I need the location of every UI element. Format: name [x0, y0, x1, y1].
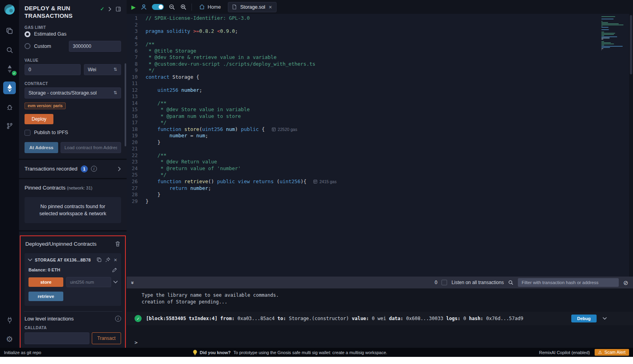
info-icon[interactable]: i — [115, 316, 121, 322]
code-line[interactable]: 13 — [127, 93, 633, 100]
code-line[interactable]: 26 function retrieve() public view retur… — [127, 178, 633, 185]
trash-icon[interactable] — [115, 241, 120, 246]
transaction-filter-input[interactable] — [518, 278, 619, 287]
code-line[interactable]: 28 } — [127, 191, 633, 198]
code-line[interactable]: 18 function store(uint256 num) public {2… — [127, 126, 633, 133]
chevron-right-icon[interactable] — [108, 7, 112, 11]
terminal-collapse-icon[interactable]: » — [130, 281, 136, 284]
transactions-recorded-row[interactable]: Transactions recorded 1 i — [19, 160, 127, 179]
code-line[interactable]: 12 uint256 number; — [127, 87, 633, 94]
sidebar-item-file-explorer[interactable] — [3, 25, 16, 37]
store-argument-input[interactable] — [66, 277, 111, 287]
code-line[interactable]: 11 — [127, 80, 633, 87]
custom-gas-input[interactable] — [69, 41, 121, 52]
zoom-out-icon[interactable] — [169, 4, 175, 10]
estimated-gas-radio[interactable] — [25, 31, 30, 37]
contract-select[interactable]: Storage - contracts/Storage.sol ⇅ — [25, 87, 121, 99]
code-line[interactable]: 10contract Storage { — [127, 74, 633, 81]
code-line[interactable]: 21 — [127, 146, 633, 152]
custom-gas-radio[interactable] — [25, 43, 30, 49]
terminal-prompt[interactable]: > — [127, 339, 633, 345]
copy-icon[interactable] — [97, 257, 102, 262]
code-line[interactable]: 2 — [127, 22, 633, 28]
code-line[interactable]: 14 /** — [127, 100, 633, 107]
sidebar-item-settings[interactable]: ⚙ — [3, 333, 16, 345]
icon-sidebar-top: ✓ — [3, 3, 16, 132]
editor-scrollbar[interactable] — [629, 14, 633, 277]
close-icon[interactable]: × — [114, 257, 117, 263]
git-init-button[interactable]: Initialize as git repo — [4, 350, 41, 355]
custom-gas-label: Custom — [34, 44, 51, 49]
files-icon — [6, 27, 13, 35]
code-line[interactable]: 3pragma solidity >=0.8.2 <0.9.0; — [127, 28, 633, 35]
code-line[interactable]: 6 * @title Storage — [127, 48, 633, 55]
store-function-button[interactable]: store — [28, 277, 63, 287]
account-person-icon[interactable] — [140, 4, 147, 10]
chevron-right-icon[interactable] — [118, 167, 121, 171]
at-address-button[interactable]: At Address — [25, 142, 58, 153]
sidebar-item-search[interactable] — [3, 44, 16, 56]
code-line[interactable]: 1// SPDX-License-Identifier: GPL-3.0 — [127, 15, 633, 22]
code-line[interactable]: 9 */ — [127, 67, 633, 74]
transaction-row[interactable]: ✓ [block:5583405 txIndex:4] from: 0xa03.… — [127, 312, 633, 325]
retrieve-function-button[interactable]: retrieve — [28, 292, 63, 301]
zoom-in-icon[interactable] — [180, 4, 187, 10]
at-address-input[interactable] — [61, 142, 121, 153]
code-line[interactable]: 24 * @return value of 'number' — [127, 165, 633, 172]
pin-panel-icon[interactable] — [116, 6, 121, 12]
copilot-toggle[interactable] — [152, 4, 164, 10]
terminal[interactable]: Type the library name to see available c… — [127, 288, 633, 348]
debug-button[interactable]: Debug — [571, 315, 597, 322]
code-line[interactable]: 29} — [127, 198, 633, 205]
code-line[interactable]: 19 number = num; — [127, 133, 633, 139]
minimap-line — [601, 49, 602, 50]
sidebar-item-plugin-manager[interactable] — [3, 314, 16, 326]
deploy-button[interactable]: Deploy — [25, 114, 53, 124]
publish-ipfs-checkbox[interactable] — [25, 130, 30, 136]
terminal-search-icon[interactable] — [508, 280, 514, 285]
copilot-status[interactable]: RemixAI Copilot (enabled) — [539, 350, 590, 355]
editor-scrollbar-thumb[interactable] — [630, 15, 632, 74]
code-line[interactable]: 23 * @dev Return value — [127, 159, 633, 165]
scam-alert-button[interactable]: ⚠ Scam Alert — [595, 349, 629, 356]
transact-button[interactable]: Transact — [92, 332, 121, 344]
remix-logo-icon[interactable] — [3, 3, 16, 16]
info-icon[interactable]: i — [91, 166, 97, 172]
tab-home[interactable]: Home — [197, 4, 223, 10]
code-line[interactable]: 25 */ — [127, 172, 633, 178]
minimap[interactable] — [601, 16, 627, 50]
panel-title: DEPLOY & RUN TRANSACTIONS — [25, 5, 92, 20]
minimap-line — [601, 26, 603, 27]
code-line[interactable]: 5/** — [127, 41, 633, 48]
gear-icon: ⚙ — [6, 335, 13, 343]
listen-all-checkbox[interactable] — [442, 280, 447, 285]
value-input[interactable] — [25, 64, 81, 75]
expand-transaction-icon[interactable] — [603, 317, 607, 320]
code-line[interactable]: 20 } — [127, 139, 633, 146]
code-line[interactable]: 27 return number; — [127, 185, 633, 192]
sidebar-item-git[interactable] — [3, 119, 16, 132]
close-tab-icon[interactable]: × — [269, 4, 272, 10]
sidebar-item-deploy-run[interactable] — [3, 82, 16, 94]
chevron-down-icon[interactable] — [114, 280, 117, 284]
pin-icon[interactable] — [105, 257, 110, 262]
code-line[interactable]: 7 * @dev Store & retrieve value in a var… — [127, 54, 633, 61]
contract-instance-name: STORAGE AT 0X136...8B78 — [35, 258, 93, 262]
code-line[interactable]: 16 * @param num value to store — [127, 113, 633, 120]
sidebar-item-solidity-compiler[interactable]: ✓ — [3, 63, 16, 75]
code-line[interactable]: 8 * @custom:dev-run-script ./scripts/dep… — [127, 61, 633, 68]
chevron-down-icon[interactable] — [28, 258, 32, 262]
run-script-play-button[interactable]: ▶ — [131, 4, 136, 10]
edit-icon[interactable] — [112, 267, 117, 273]
code-line[interactable]: 4 — [127, 35, 633, 42]
code-line[interactable]: 17 */ — [127, 119, 633, 126]
clear-console-icon[interactable]: ⊘ — [623, 280, 628, 286]
sidebar-item-debugger[interactable] — [3, 100, 16, 113]
side-panel-scrollbar[interactable] — [125, 63, 126, 146]
code-editor[interactable]: 1// SPDX-License-Identifier: GPL-3.023pr… — [127, 14, 633, 277]
code-line[interactable]: 15 * @dev Store value in variable — [127, 106, 633, 113]
value-unit-select[interactable]: Wei ⇅ — [84, 64, 121, 75]
code-line[interactable]: 22 /** — [127, 152, 633, 159]
tab-storage-sol[interactable]: Storage.sol × — [228, 2, 276, 12]
calldata-input[interactable] — [25, 332, 89, 344]
